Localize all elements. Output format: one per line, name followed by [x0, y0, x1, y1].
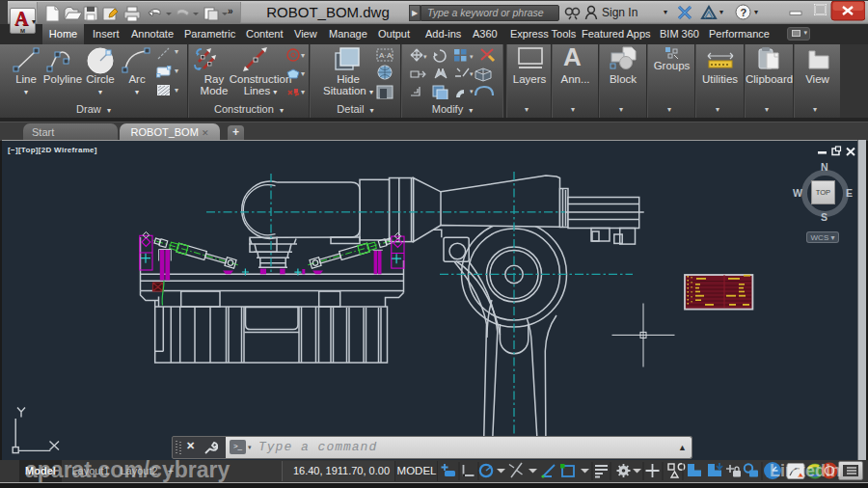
svg-text:A·A: A·A [379, 51, 393, 60]
svg-text:?: ? [741, 7, 747, 18]
